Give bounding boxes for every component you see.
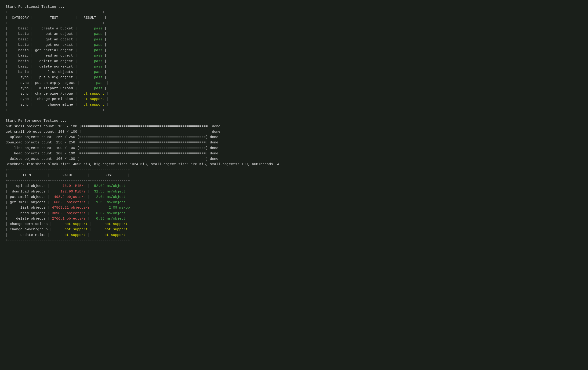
- perf-rows-container: | upload objects | 76.01 MiB/s | 52.62 m…: [6, 183, 582, 238]
- functional-row: | sync | put a big object | pass |: [6, 75, 582, 80]
- progress-lines-container: put small objects count: 100 / 100 [====…: [6, 124, 582, 162]
- functional-row: | sync | put an empty object | pass |: [6, 80, 582, 86]
- perf-row: | upload objects | 76.01 MiB/s | 52.62 m…: [6, 183, 582, 189]
- functional-title: Start Functional Testing ...: [6, 4, 582, 10]
- perf-row: | list objects | 47863.21 objects/s | 2.…: [6, 205, 582, 210]
- perf-sep-mid: +-------------------+------------------+…: [6, 178, 582, 183]
- func-sep-top: +----------+--------------------+-------…: [6, 10, 582, 15]
- functional-row: | sync | change owner/group | not suppor…: [6, 91, 582, 97]
- functional-row: | sync | multipart upload | pass |: [6, 86, 582, 91]
- perf-row: | change owner/group | not support | not…: [6, 227, 582, 232]
- progress-line: upload objects count: 256 / 256 [=======…: [6, 135, 582, 140]
- functional-row: | basic | delete non-exist | pass |: [6, 64, 582, 69]
- progress-line: list objects count: 100 / 100 [=========…: [6, 146, 582, 151]
- blank1: [6, 113, 582, 118]
- perf-row: | change permissions | not support | not…: [6, 221, 582, 227]
- progress-line: put small objects count: 100 / 100 [====…: [6, 124, 582, 129]
- perf-row: | put small objects | 498.9 objects/s | …: [6, 194, 582, 200]
- progress-line: download objects count: 256 / 256 [=====…: [6, 140, 582, 145]
- performance-title: Start Performance Testing ...: [6, 118, 582, 124]
- functional-row: | sync | change permission | not support…: [6, 97, 582, 102]
- perf-row: | get small objects | 666.0 objects/s | …: [6, 200, 582, 205]
- progress-line: delete objects count: 100 / 100 [=======…: [6, 156, 582, 162]
- functional-row: | basic | list objects | pass |: [6, 69, 582, 75]
- functional-row: | sync | change mtime | not support |: [6, 102, 582, 108]
- func-sep-mid: +----------+--------------------+-------…: [6, 20, 582, 26]
- progress-line: get small objects count: 100 / 100 [====…: [6, 129, 582, 135]
- functional-row: | basic | head an object | pass |: [6, 53, 582, 58]
- perf-sep-top: +-------------------+------------------+…: [6, 167, 582, 173]
- functional-row: | basic | get an object | pass |: [6, 37, 582, 42]
- benchmark-line: Benchmark finished! block-size: 4096 KiB…: [6, 162, 582, 167]
- perf-row: | download objects | 122.90 MiB/s | 32.5…: [6, 189, 582, 194]
- progress-line: head objects count: 100 / 100 [=========…: [6, 151, 582, 156]
- func-table-header: | CATEGORY | TEST | RESULT |: [6, 15, 582, 20]
- functional-row: | basic | put an object | pass |: [6, 31, 582, 37]
- perf-row: | update mtime | not support | not suppo…: [6, 232, 582, 238]
- terminal-output: Start Functional Testing ... +----------…: [6, 4, 582, 243]
- func-sep-bot: +----------+--------------------+-------…: [6, 108, 582, 113]
- perf-row: | delete objects | 2766.1 objects/s | 0.…: [6, 216, 582, 221]
- perf-sep-bot: +-------------------+------------------+…: [6, 238, 582, 243]
- perf-row: | head objects | 3098.0 objects/s | 0.32…: [6, 211, 582, 216]
- functional-row: | basic | create a bucket | pass |: [6, 26, 582, 31]
- functional-rows-container: | basic | create a bucket | pass || basi…: [6, 26, 582, 108]
- perf-table-header: | ITEM | VALUE | COST |: [6, 173, 582, 178]
- functional-row: | basic | delete an object | pass |: [6, 59, 582, 64]
- functional-row: | basic | get partial object | pass |: [6, 48, 582, 53]
- functional-row: | basic | get non-exist | pass |: [6, 42, 582, 48]
